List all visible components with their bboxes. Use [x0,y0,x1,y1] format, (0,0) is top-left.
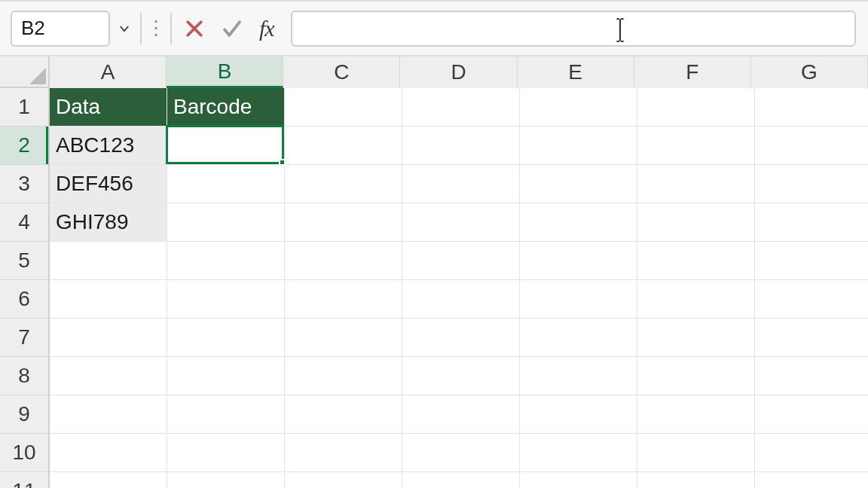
cell-E9[interactable] [520,395,637,434]
row-header-9[interactable]: 9 [0,395,48,434]
row-header-7[interactable]: 7 [0,319,48,357]
cell-B5[interactable] [167,242,285,280]
cell-C11[interactable] [285,472,402,488]
cell-G11[interactable] [755,472,868,488]
cell-B2[interactable] [167,127,285,165]
cell-F1[interactable] [637,88,755,127]
cell-A2[interactable]: ABC123 [50,127,167,165]
fx-button[interactable]: fx [259,16,274,41]
row-header-5[interactable]: 5 [0,242,48,280]
column-header-B[interactable]: B [167,56,283,88]
cell-C10[interactable] [285,434,402,472]
cell-D7[interactable] [402,319,520,357]
cell-E1[interactable] [520,88,637,127]
cell-E8[interactable] [520,357,637,395]
column-header-G[interactable]: G [751,56,868,88]
cell-A4[interactable]: GHI789 [50,203,167,242]
row-header-6[interactable]: 6 [0,280,48,319]
cell-B1[interactable]: Barcode [167,88,285,127]
cell-C5[interactable] [285,242,402,280]
cell-C9[interactable] [285,395,402,434]
cell-G10[interactable] [755,434,868,472]
column-header-C[interactable]: C [283,56,400,88]
cell-B9[interactable] [167,395,285,434]
cell-F4[interactable] [637,203,755,242]
column-header-D[interactable]: D [400,56,517,88]
name-box-dropdown[interactable] [115,11,134,47]
row-header-10[interactable]: 10 [0,434,48,472]
cell-C1[interactable] [285,88,402,127]
cell-G8[interactable] [755,357,868,395]
cell-C3[interactable] [285,165,402,203]
cell-G9[interactable] [755,395,868,434]
cell-B8[interactable] [167,357,285,395]
cell-C4[interactable] [285,203,402,242]
cell-D10[interactable] [402,434,520,472]
cell-E4[interactable] [520,203,637,242]
kebab-icon[interactable]: ⋮ [149,13,163,44]
cell-C2[interactable] [285,127,402,165]
cell-C8[interactable] [285,357,402,395]
cell-C6[interactable] [285,280,402,319]
cell-A9[interactable] [50,395,167,434]
cell-F11[interactable] [637,472,755,488]
cell-F8[interactable] [637,357,755,395]
row-header-3[interactable]: 3 [0,165,48,203]
cell-D3[interactable] [402,165,520,203]
formula-input[interactable] [291,11,856,47]
cell-B10[interactable] [167,434,285,472]
cell-A7[interactable] [50,319,167,357]
cell-B11[interactable] [167,472,285,488]
column-header-E[interactable]: E [518,56,634,88]
row-header-8[interactable]: 8 [0,357,48,395]
cell-D6[interactable] [402,280,520,319]
cell-A10[interactable] [50,434,167,472]
cell-A3[interactable]: DEF456 [50,165,167,203]
cell-G6[interactable] [755,280,868,319]
cell-G4[interactable] [755,203,868,242]
cell-A5[interactable] [50,242,167,280]
cell-F5[interactable] [637,242,755,280]
cell-A1[interactable]: Data [50,88,167,127]
cell-D2[interactable] [402,127,520,165]
cell-G5[interactable] [755,242,868,280]
enter-button[interactable] [219,14,246,44]
cell-D1[interactable] [402,88,520,127]
cell-F9[interactable] [637,395,755,434]
cell-E11[interactable] [520,472,637,488]
cell-E5[interactable] [520,242,637,280]
cell-D4[interactable] [402,203,520,242]
cell-F2[interactable] [637,127,755,165]
cell-E3[interactable] [520,165,637,203]
cell-G3[interactable] [755,165,868,203]
cell-F7[interactable] [637,319,755,357]
cell-D5[interactable] [402,242,520,280]
cell-A11[interactable] [50,472,167,488]
cell-C7[interactable] [285,319,402,357]
row-header-4[interactable]: 4 [0,203,48,242]
cell-F6[interactable] [637,280,755,319]
cell-A8[interactable] [50,357,167,395]
column-header-A[interactable]: A [50,56,167,88]
cell-E10[interactable] [520,434,637,472]
cell-F3[interactable] [637,165,755,203]
cell-B4[interactable] [167,203,285,242]
cell-A6[interactable] [50,280,167,319]
cell-B3[interactable] [167,165,285,203]
cell-E7[interactable] [520,319,637,357]
cell-G7[interactable] [755,319,868,357]
row-header-11[interactable]: 11 [0,472,48,488]
select-all-corner[interactable] [0,56,50,88]
cell-G2[interactable] [755,127,868,165]
cell-E2[interactable] [520,127,637,165]
cell-F10[interactable] [637,434,755,472]
cancel-button[interactable] [181,14,208,44]
cell-D11[interactable] [402,472,520,488]
name-box[interactable]: B2 [11,11,110,47]
cell-B7[interactable] [167,319,285,357]
cell-B6[interactable] [167,280,285,319]
cell-E6[interactable] [520,280,637,319]
row-header-2[interactable]: 2 [0,127,48,165]
cell-D9[interactable] [402,395,520,434]
spreadsheet-grid[interactable]: ABCDEFG 1234567891011 DataBarcodeABC123D… [0,56,868,488]
